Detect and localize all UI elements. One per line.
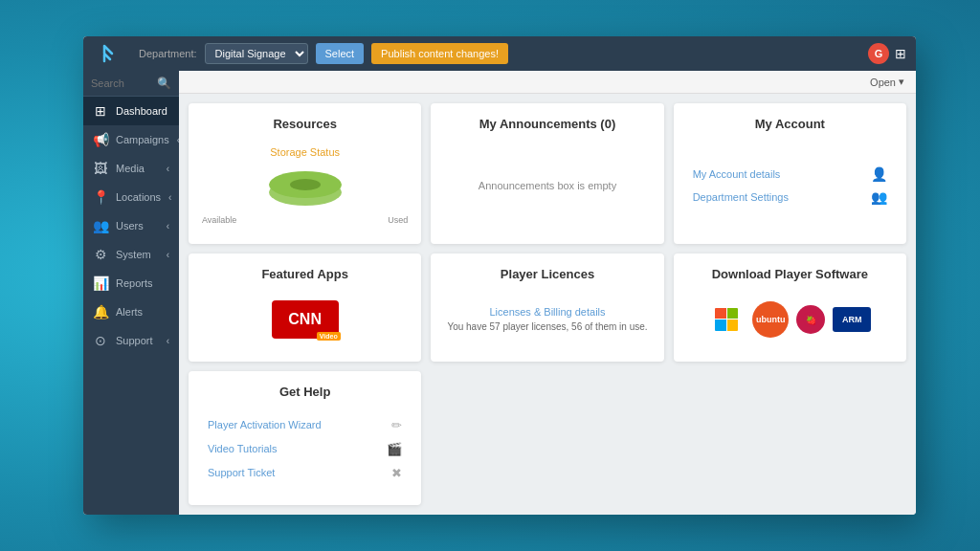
apps-title: Featured Apps [261, 267, 348, 281]
support-icon: ⊙ [93, 333, 108, 348]
help-title: Get Help [279, 385, 330, 399]
sidebar-item-dashboard[interactable]: ⊞ Dashboard [83, 97, 179, 125]
account-details-link[interactable]: My Account details 👤 [687, 163, 893, 186]
sidebar-item-label: Media [116, 163, 145, 174]
grid-cards: Resources Storage Status Available Used [179, 94, 916, 515]
reports-icon: 📊 [93, 276, 108, 291]
sidebar-item-label: Support [116, 335, 153, 346]
chevron-icon: ‹ [167, 250, 169, 260]
main-layout: 🔍 ⊞ Dashboard 📢 Campaigns ‹ 🖼 Media ‹ 📍 … [83, 71, 916, 515]
video-tutorials-link[interactable]: Video Tutorials 🎬 [202, 438, 408, 460]
person-icon: 👤 [871, 166, 887, 182]
sidebar-item-system[interactable]: ⚙ System ‹ [83, 240, 179, 269]
sidebar-item-media[interactable]: 🖼 Media ‹ [83, 154, 179, 183]
chevron-icon: ‹ [167, 164, 169, 174]
licences-link[interactable]: Licenses & Billing details [489, 306, 605, 318]
topbar: Department: Digital Signage Select Publi… [83, 36, 916, 71]
content-area: Open ▾ Resources Storage Status [179, 71, 916, 515]
sidebar-item-campaigns[interactable]: 📢 Campaigns ‹ [83, 125, 179, 154]
dept-label: Department: [139, 48, 197, 59]
download-icons: ubuntu 🍓 ARM [708, 301, 871, 338]
help-content: Player Activation Wizard ✏ Video Tutoria… [202, 408, 408, 492]
cnn-app-logo[interactable]: CNN Video [272, 300, 339, 339]
sidebar-item-label: Locations [116, 191, 161, 203]
users-icon: 👥 [93, 218, 108, 233]
content-topbar: Open ▾ [179, 71, 916, 94]
sidebar: 🔍 ⊞ Dashboard 📢 Campaigns ‹ 🖼 Media ‹ 📍 … [83, 71, 179, 515]
sidebar-item-label: System [116, 249, 151, 260]
activation-wizard-link[interactable]: Player Activation Wizard ✏ [202, 414, 408, 436]
sidebar-item-support[interactable]: ⊙ Support ‹ [83, 326, 179, 355]
rpi-download-icon[interactable]: 🍓 [796, 305, 825, 334]
dept-settings-link[interactable]: Department Settings 👥 [687, 186, 893, 209]
sidebar-item-users[interactable]: 👥 Users ‹ [83, 211, 179, 240]
campaigns-icon: 📢 [93, 132, 108, 147]
announcements-empty: Announcements box is empty [479, 180, 616, 191]
resources-card: Resources Storage Status Available Used [189, 103, 421, 244]
dept-settings-label: Department Settings [693, 191, 789, 203]
used-label: Used [388, 215, 408, 225]
search-bar: 🔍 [83, 71, 179, 97]
storage-chart [262, 164, 348, 211]
licences-card: Player Licences Licenses & Billing detai… [431, 253, 663, 361]
locations-icon: 📍 [93, 189, 108, 205]
video-label: Video Tutorials [208, 443, 278, 454]
cnn-badge: Video [317, 332, 341, 341]
department-select[interactable]: Digital Signage [205, 43, 308, 64]
open-button[interactable]: Open ▾ [870, 76, 904, 88]
account-content: My Account details 👤 Department Settings… [687, 141, 893, 231]
download-content: ubuntu 🍓 ARM [687, 291, 893, 347]
system-icon: ⚙ [93, 247, 108, 262]
activation-label: Player Activation Wizard [208, 419, 322, 430]
chevron-icon: ‹ [168, 192, 171, 203]
activation-icon: ✏ [391, 418, 402, 432]
download-title: Download Player Software [712, 267, 868, 281]
account-card: My Account My Account details 👤 Departme… [674, 103, 906, 244]
chevron-icon: ‹ [177, 135, 179, 145]
svg-text:🍓: 🍓 [806, 315, 817, 326]
sidebar-item-label: Alerts [116, 306, 143, 318]
disk-labels: Available Used [202, 215, 408, 225]
sidebar-item-alerts[interactable]: 🔔 Alerts [83, 298, 179, 326]
video-icon: 🎬 [387, 442, 402, 456]
announcements-content: Announcements box is empty [444, 141, 650, 231]
user-avatar[interactable]: G [868, 43, 889, 64]
media-icon: 🖼 [93, 161, 108, 176]
licences-content: Licenses & Billing details You have 57 p… [444, 291, 650, 347]
chevron-icon: ‹ [167, 221, 169, 231]
sidebar-item-label: Reports [116, 277, 153, 289]
ubuntu-download-icon[interactable]: ubuntu [752, 301, 789, 338]
cnn-text: CNN [288, 311, 322, 328]
resources-content: Storage Status Available Used [202, 141, 408, 231]
search-input[interactable] [91, 77, 157, 89]
select-button[interactable]: Select [316, 43, 365, 64]
sidebar-item-label: Users [116, 220, 144, 231]
grid-icon[interactable]: ⊞ [895, 46, 906, 61]
chevron-down-icon: ▾ [899, 76, 904, 88]
logo [93, 38, 123, 69]
main-window: Department: Digital Signage Select Publi… [83, 36, 916, 515]
ticket-icon: ✖ [391, 466, 402, 480]
featured-apps-card: Featured Apps CNN Video [189, 253, 421, 361]
download-card: Download Player Software [674, 253, 906, 361]
chevron-icon: ‹ [167, 336, 169, 346]
account-details-label: My Account details [693, 168, 781, 180]
sidebar-item-reports[interactable]: 📊 Reports [83, 269, 179, 298]
arm-download-icon[interactable]: ARM [833, 307, 871, 332]
sidebar-item-locations[interactable]: 📍 Locations ‹ [83, 183, 179, 211]
resources-title: Resources [273, 117, 336, 131]
windows-download-icon[interactable] [708, 301, 745, 338]
available-label: Available [202, 215, 236, 225]
storage-status-label: Storage Status [270, 146, 340, 158]
apps-content: CNN Video [202, 291, 408, 347]
sidebar-item-label: Dashboard [116, 105, 167, 117]
account-title: My Account [755, 117, 825, 131]
search-icon: 🔍 [157, 77, 171, 90]
sidebar-item-label: Campaigns [116, 134, 169, 145]
get-help-card: Get Help Player Activation Wizard ✏ Vide… [189, 371, 421, 505]
support-ticket-link[interactable]: Support Ticket ✖ [202, 462, 408, 484]
licences-info: You have 57 player licenses, 56 of them … [447, 321, 647, 332]
topbar-right: G ⊞ [868, 43, 906, 64]
svg-point-2 [290, 179, 321, 190]
publish-button[interactable]: Publish content changes! [371, 43, 508, 64]
